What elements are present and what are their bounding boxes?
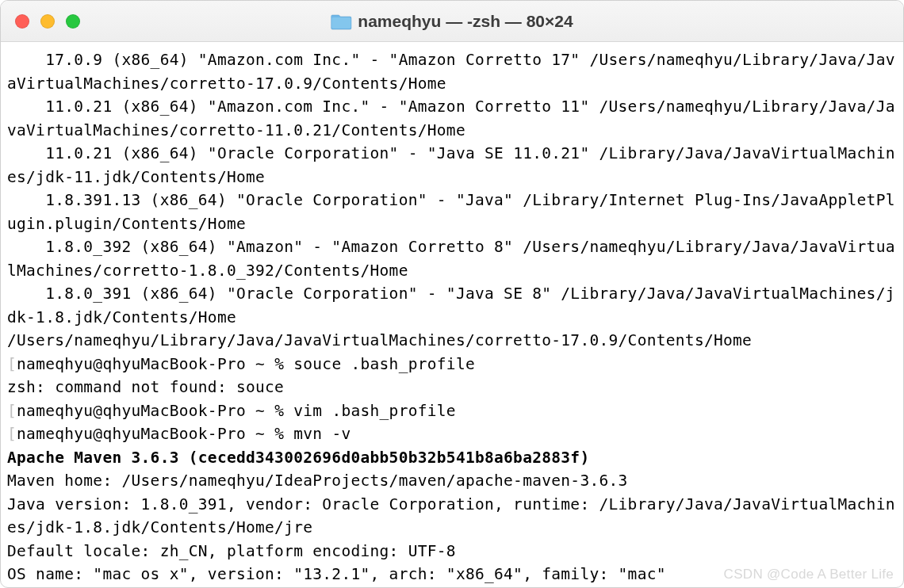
prompt-prefix: nameqhyu@qhyuMacBook-Pro ~ % bbox=[7, 402, 293, 420]
command-text: vim .bash_profile bbox=[293, 402, 456, 420]
svg-rect-0 bbox=[331, 17, 350, 29]
terminal-content[interactable]: 17.0.9 (x86_64) "Amazon.com Inc." - "Ama… bbox=[1, 42, 903, 588]
output-line: 1.8.391.13 (x86_64) "Oracle Corporation"… bbox=[7, 191, 895, 233]
output-line: Default locale: zh_CN, platform encoding… bbox=[7, 542, 456, 560]
traffic-lights bbox=[15, 14, 80, 29]
titlebar: nameqhyu — -zsh — 80×24 bbox=[1, 1, 903, 42]
output-line: 17.0.9 (x86_64) "Amazon.com Inc." - "Ama… bbox=[7, 51, 895, 93]
window-title: nameqhyu — -zsh — 80×24 bbox=[358, 12, 573, 31]
close-button[interactable] bbox=[15, 14, 29, 29]
command-text: souce .bash_profile bbox=[293, 355, 475, 373]
output-line: 1.8.0_392 (x86_64) "Amazon" - "Amazon Co… bbox=[7, 238, 895, 280]
folder-icon bbox=[331, 13, 351, 30]
prompt-prefix: nameqhyu@qhyuMacBook-Pro ~ % bbox=[7, 425, 293, 443]
window-title-group: nameqhyu — -zsh — 80×24 bbox=[331, 12, 573, 31]
maven-version-line: Apache Maven 3.6.3 (cecedd343002696d0abb… bbox=[7, 449, 589, 467]
prompt-prefix: nameqhyu@qhyuMacBook-Pro ~ % bbox=[7, 355, 293, 373]
error-line: zsh: command not found: souce bbox=[7, 378, 284, 396]
output-line: 1.8.0_391 (x86_64) "Oracle Corporation" … bbox=[7, 284, 895, 326]
output-line: OS name: "mac os x", version: "13.2.1", … bbox=[7, 565, 666, 583]
output-line: /Users/nameqhyu/Library/Java/JavaVirtual… bbox=[7, 331, 752, 349]
maximize-button[interactable] bbox=[66, 14, 80, 29]
output-line: 11.0.21 (x86_64) "Oracle Corporation" - … bbox=[7, 144, 895, 186]
output-line: 11.0.21 (x86_64) "Amazon.com Inc." - "Am… bbox=[7, 97, 895, 139]
output-line: Maven home: /Users/nameqhyu/IdeaProjects… bbox=[7, 472, 628, 490]
minimize-button[interactable] bbox=[40, 14, 55, 29]
command-text: mvn -v bbox=[293, 425, 350, 443]
watermark: CSDN @Code A Better Life bbox=[724, 567, 894, 582]
output-line: Java version: 1.8.0_391, vendor: Oracle … bbox=[7, 495, 895, 537]
